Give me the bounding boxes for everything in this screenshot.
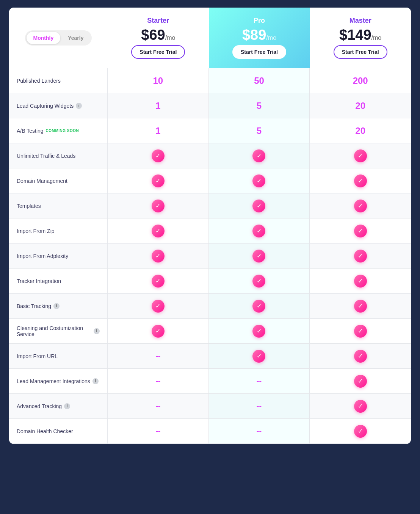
feature-number: 20	[355, 126, 365, 136]
unavailable-dash: --	[257, 427, 262, 435]
feature-cell: ✓	[108, 143, 209, 168]
feature-label-text: Basic Tracking	[17, 303, 51, 309]
feature-cell: ✓	[310, 369, 411, 393]
feature-cell: ✓	[209, 143, 310, 168]
feature-label: Templates	[9, 193, 108, 218]
feature-row: Published Landers1050200	[9, 68, 411, 93]
billing-toggle: Monthly Yearly	[25, 30, 92, 46]
feature-label-text: Unlimited Traffic & Leads	[17, 153, 75, 159]
billing-toggle-container: Monthly Yearly	[9, 8, 108, 68]
feature-cell: ✓	[310, 344, 411, 368]
check-icon: ✓	[152, 300, 165, 313]
feature-cell: --	[209, 419, 310, 443]
feature-row: Advanced Trackingi----✓	[9, 394, 411, 419]
feature-number: 50	[254, 75, 264, 86]
feature-label-text: Templates	[17, 203, 41, 209]
master-plan-name: Master	[349, 17, 371, 25]
feature-cell: ✓	[108, 269, 209, 293]
feature-cell: 200	[310, 68, 411, 93]
feature-label-text: Lead Management Integrations	[17, 378, 90, 384]
feature-label: Unlimited Traffic & Leads	[9, 143, 108, 168]
feature-label-text: Domain Management	[17, 178, 67, 184]
feature-cell: ✓	[310, 193, 411, 218]
check-icon: ✓	[252, 300, 265, 313]
feature-row: Unlimited Traffic & Leads✓✓✓	[9, 143, 411, 168]
check-icon: ✓	[152, 250, 165, 263]
feature-cell: ✓	[310, 394, 411, 418]
check-icon: ✓	[252, 275, 265, 288]
check-icon: ✓	[354, 275, 367, 288]
info-icon: i	[76, 103, 82, 109]
info-icon: i	[53, 303, 60, 309]
feature-cell: ✓	[108, 168, 209, 193]
feature-cell: --	[108, 369, 209, 393]
check-icon: ✓	[354, 350, 367, 363]
feature-cell: ✓	[310, 419, 411, 443]
check-icon: ✓	[354, 425, 367, 438]
feature-cell: ✓	[209, 344, 310, 368]
starter-cta-button[interactable]: Start Free Trial	[131, 45, 185, 59]
feature-cell: --	[108, 394, 209, 418]
feature-number: 10	[153, 75, 163, 86]
feature-cell: ✓	[209, 294, 310, 318]
feature-label: Cleaning and Costumization Servicei	[9, 319, 108, 343]
feature-row: Lead Capturing Widgetsi1520	[9, 93, 411, 118]
feature-cell: 1	[108, 118, 209, 143]
feature-cell: 20	[310, 118, 411, 143]
feature-cell: --	[209, 369, 310, 393]
pro-plan-name: Pro	[254, 17, 265, 25]
monthly-toggle[interactable]: Monthly	[27, 32, 61, 44]
feature-cell: ✓	[310, 319, 411, 343]
pro-plan-header: Pro $89/mo Start Free Trial	[209, 8, 310, 68]
check-icon: ✓	[354, 325, 367, 338]
check-icon: ✓	[354, 225, 367, 237]
info-icon: i	[64, 403, 70, 409]
check-icon: ✓	[354, 174, 367, 187]
pricing-table: Monthly Yearly Starter $69/mo Start Free…	[9, 8, 411, 444]
feature-cell: 5	[209, 93, 310, 118]
feature-row: Import From URL--✓✓	[9, 344, 411, 369]
feature-cell: ✓	[108, 218, 209, 243]
feature-row: Import From Adplexity✓✓✓	[9, 244, 411, 269]
feature-number: 5	[257, 101, 262, 111]
feature-cell: ✓	[310, 218, 411, 243]
feature-label-text: Advanced Tracking	[17, 403, 62, 409]
check-icon: ✓	[252, 174, 265, 187]
master-cta-button[interactable]: Start Free Trial	[334, 45, 387, 59]
feature-label-text: Tracker Integration	[17, 278, 61, 284]
unavailable-dash: --	[257, 402, 262, 410]
feature-row: Basic Trackingi✓✓✓	[9, 294, 411, 319]
feature-number: 1	[155, 126, 160, 136]
pro-cta-button[interactable]: Start Free Trial	[232, 45, 286, 59]
check-icon: ✓	[152, 149, 165, 162]
feature-label: Lead Management Integrationsi	[9, 369, 108, 393]
feature-row: Tracker Integration✓✓✓	[9, 269, 411, 294]
check-icon: ✓	[152, 200, 165, 212]
feature-label: Lead Capturing Widgetsi	[9, 93, 108, 118]
feature-label-text: Import From URL	[17, 353, 58, 359]
feature-cell: --	[108, 419, 209, 443]
feature-cell: ✓	[310, 269, 411, 293]
feature-cell: --	[108, 344, 209, 368]
feature-cell: 50	[209, 68, 310, 93]
feature-label-text: Cleaning and Costumization Service	[17, 325, 91, 337]
check-icon: ✓	[252, 250, 265, 263]
feature-cell: ✓	[310, 244, 411, 268]
yearly-toggle[interactable]: Yearly	[61, 32, 90, 44]
master-plan-header: Master $149/mo Start Free Trial	[310, 8, 411, 68]
feature-cell: ✓	[209, 319, 310, 343]
feature-cell: ✓	[209, 218, 310, 243]
feature-cell: 1	[108, 93, 209, 118]
feature-label: A/B TestingCOMMING SOON	[9, 118, 108, 143]
feature-row: Lead Management Integrationsi----✓	[9, 369, 411, 394]
feature-cell: ✓	[209, 244, 310, 268]
check-icon: ✓	[252, 200, 265, 212]
feature-label-text: Published Landers	[17, 78, 61, 84]
feature-number: 200	[353, 75, 368, 86]
feature-label-text: Lead Capturing Widgets	[17, 103, 74, 109]
check-icon: ✓	[252, 350, 265, 363]
unavailable-dash: --	[257, 377, 262, 385]
feature-row: Domain Health Checker----✓	[9, 419, 411, 444]
check-icon: ✓	[152, 275, 165, 288]
feature-cell: ✓	[310, 294, 411, 318]
